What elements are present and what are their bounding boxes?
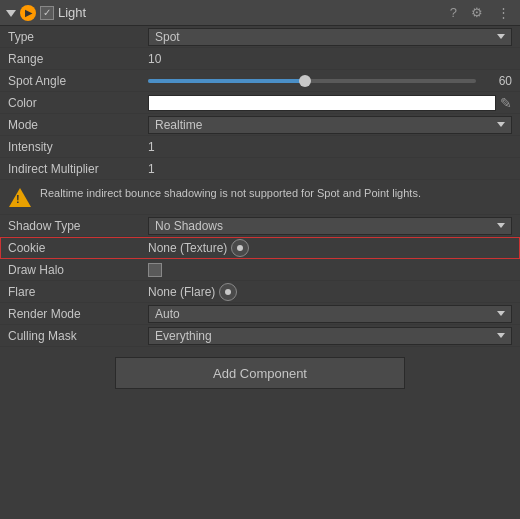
spot-angle-label: Spot Angle — [8, 74, 148, 88]
culling-mask-dropdown-arrow — [497, 333, 505, 338]
vlc-icon: ▶ — [20, 5, 36, 21]
indirect-multiplier-value[interactable]: 1 — [148, 162, 155, 176]
shadow-type-label: Shadow Type — [8, 219, 148, 233]
range-row: Range 10 — [0, 48, 520, 70]
type-dropdown[interactable]: Spot — [148, 28, 512, 46]
intensity-label: Intensity — [8, 140, 148, 154]
render-mode-dropdown[interactable]: Auto — [148, 305, 512, 323]
enabled-checkbox[interactable]: ✓ — [40, 6, 54, 20]
warning-icon — [8, 186, 32, 208]
intensity-value[interactable]: 1 — [148, 140, 155, 154]
more-button[interactable]: ⋮ — [493, 3, 514, 22]
render-mode-label: Render Mode — [8, 307, 148, 321]
mode-label: Mode — [8, 118, 148, 132]
draw-halo-label: Draw Halo — [8, 263, 148, 277]
cookie-value: None (Texture) — [148, 241, 227, 255]
draw-halo-checkbox[interactable] — [148, 263, 162, 277]
shadow-type-row: Shadow Type No Shadows — [0, 215, 520, 237]
type-dropdown-arrow — [497, 34, 505, 39]
header-actions: ? ⚙ ⋮ — [446, 3, 514, 22]
shadow-type-dropdown-arrow — [497, 223, 505, 228]
range-value[interactable]: 10 — [148, 52, 161, 66]
color-label: Color — [8, 96, 148, 110]
type-value: Spot — [155, 30, 180, 44]
add-component-section: Add Component — [0, 347, 520, 399]
culling-mask-row: Culling Mask Everything — [0, 325, 520, 347]
intensity-row: Intensity 1 — [0, 136, 520, 158]
spot-angle-row: Spot Angle 60 — [0, 70, 520, 92]
cookie-label: Cookie — [8, 241, 148, 255]
shadow-type-value: No Shadows — [155, 219, 223, 233]
cookie-target-button[interactable] — [231, 239, 249, 257]
warning-row: Realtime indirect bounce shadowing is no… — [0, 180, 520, 215]
spot-angle-slider-container: 60 — [148, 74, 512, 88]
fold-icon[interactable] — [6, 6, 16, 20]
cookie-row: Cookie None (Texture) — [0, 237, 520, 259]
type-label: Type — [8, 30, 148, 44]
flare-row: Flare None (Flare) — [0, 281, 520, 303]
help-button[interactable]: ? — [446, 3, 461, 22]
mode-dropdown[interactable]: Realtime — [148, 116, 512, 134]
component-header: ▶ ✓ Light ? ⚙ ⋮ — [0, 0, 520, 26]
culling-mask-label: Culling Mask — [8, 329, 148, 343]
spot-angle-value[interactable]: 60 — [482, 74, 512, 88]
flare-target-button[interactable] — [219, 283, 237, 301]
culling-mask-dropdown[interactable]: Everything — [148, 327, 512, 345]
culling-mask-value: Everything — [155, 329, 212, 343]
flare-value: None (Flare) — [148, 285, 215, 299]
eyedropper-icon[interactable]: ✎ — [500, 95, 512, 111]
draw-halo-row: Draw Halo — [0, 259, 520, 281]
warning-triangle — [9, 188, 31, 207]
mode-dropdown-arrow — [497, 122, 505, 127]
indirect-multiplier-row: Indirect Multiplier 1 — [0, 158, 520, 180]
mode-row: Mode Realtime — [0, 114, 520, 136]
range-label: Range — [8, 52, 148, 66]
shadow-type-dropdown[interactable]: No Shadows — [148, 217, 512, 235]
flare-label: Flare — [8, 285, 148, 299]
color-row: Color ✎ — [0, 92, 520, 114]
indirect-multiplier-label: Indirect Multiplier — [8, 162, 148, 176]
spot-angle-fill — [148, 79, 305, 83]
add-component-button[interactable]: Add Component — [115, 357, 405, 389]
render-mode-row: Render Mode Auto — [0, 303, 520, 325]
cookie-target-dot — [237, 245, 243, 251]
warning-text: Realtime indirect bounce shadowing is no… — [40, 186, 421, 201]
flare-target-dot — [225, 289, 231, 295]
render-mode-dropdown-arrow — [497, 311, 505, 316]
component-title: Light — [58, 5, 86, 20]
color-swatch[interactable] — [148, 95, 496, 111]
type-row: Type Spot — [0, 26, 520, 48]
spot-angle-track[interactable] — [148, 79, 476, 83]
settings-button[interactable]: ⚙ — [467, 3, 487, 22]
render-mode-value: Auto — [155, 307, 180, 321]
spot-angle-thumb[interactable] — [299, 75, 311, 87]
mode-value: Realtime — [155, 118, 202, 132]
